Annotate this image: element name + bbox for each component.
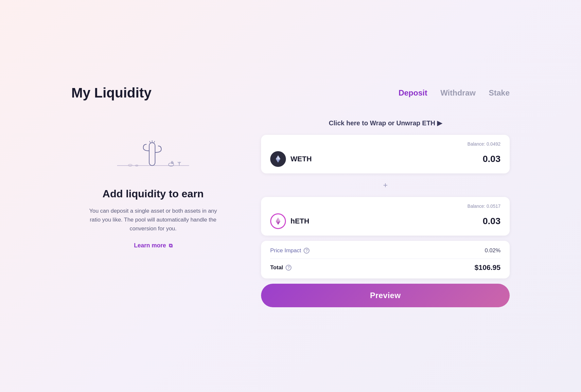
stats-divider (270, 258, 501, 259)
total-value: $106.95 (474, 263, 501, 272)
weth-token-info: WETH (270, 151, 312, 167)
stats-area: Price Impact ? 0.02% Total ? $106.95 (261, 241, 510, 278)
weth-name: WETH (290, 155, 312, 163)
cactus-illustration (111, 130, 196, 172)
weth-amount[interactable]: 0.03 (483, 154, 501, 164)
heth-balance: Balance: 0.0517 (270, 204, 501, 209)
svg-line-7 (171, 161, 172, 163)
wrap-eth-link[interactable]: Click here to Wrap or Unwrap ETH ▶ (261, 116, 510, 130)
total-help-icon[interactable]: ? (286, 265, 291, 271)
panel-description: You can deposit a single asset or both a… (84, 206, 222, 233)
svg-marker-23 (276, 218, 278, 221)
heth-name: hETH (290, 217, 309, 225)
learn-more-link[interactable]: Learn more ⧉ (134, 242, 172, 249)
heth-diamond-icon (274, 217, 282, 225)
weth-card: Balance: 0.0492 WETH (261, 135, 510, 173)
page-title: My Liquidity (71, 85, 151, 101)
heth-card: Balance: 0.0517 hETH (261, 197, 510, 236)
weth-icon (270, 151, 286, 167)
svg-marker-22 (278, 218, 280, 221)
eth-diamond-icon (274, 155, 282, 163)
price-impact-label: Price Impact (270, 247, 301, 254)
nav-tabs: Deposit Withdraw Stake (398, 88, 510, 98)
tab-deposit[interactable]: Deposit (398, 88, 427, 98)
preview-button[interactable]: Preview (261, 284, 510, 307)
tab-stake[interactable]: Stake (489, 88, 510, 98)
heth-token-info: hETH (270, 213, 309, 229)
weth-input-row: WETH 0.03 (270, 151, 501, 167)
heth-amount[interactable]: 0.03 (483, 216, 501, 226)
tab-withdraw[interactable]: Withdraw (440, 88, 476, 98)
total-row: Total ? $106.95 (270, 263, 501, 272)
svg-line-4 (154, 141, 155, 143)
total-label-group: Total ? (270, 264, 291, 271)
heth-icon (270, 213, 286, 229)
svg-line-3 (150, 141, 150, 143)
learn-more-label: Learn more (134, 242, 166, 249)
left-panel: Add liquidity to earn You can deposit a … (71, 116, 235, 249)
svg-marker-17 (278, 155, 280, 159)
price-impact-row: Price Impact ? 0.02% (270, 247, 501, 254)
weth-balance: Balance: 0.0492 (270, 141, 501, 147)
external-link-icon: ⧉ (169, 243, 172, 249)
heth-input-row: hETH 0.03 (270, 213, 501, 229)
panel-heading: Add liquidity to earn (102, 188, 203, 200)
content-area: Add liquidity to earn You can deposit a … (71, 116, 510, 307)
plus-separator: + (261, 179, 510, 192)
price-impact-value: 0.02% (485, 247, 501, 254)
right-panel: Click here to Wrap or Unwrap ETH ▶ Balan… (261, 116, 510, 307)
price-impact-help-icon[interactable]: ? (304, 248, 309, 254)
price-impact-label-group: Price Impact ? (270, 247, 309, 254)
svg-line-8 (172, 161, 173, 163)
svg-rect-1 (149, 143, 155, 166)
total-label: Total (270, 264, 283, 271)
page-header: My Liquidity Deposit Withdraw Stake (71, 85, 510, 101)
svg-marker-18 (276, 155, 278, 159)
